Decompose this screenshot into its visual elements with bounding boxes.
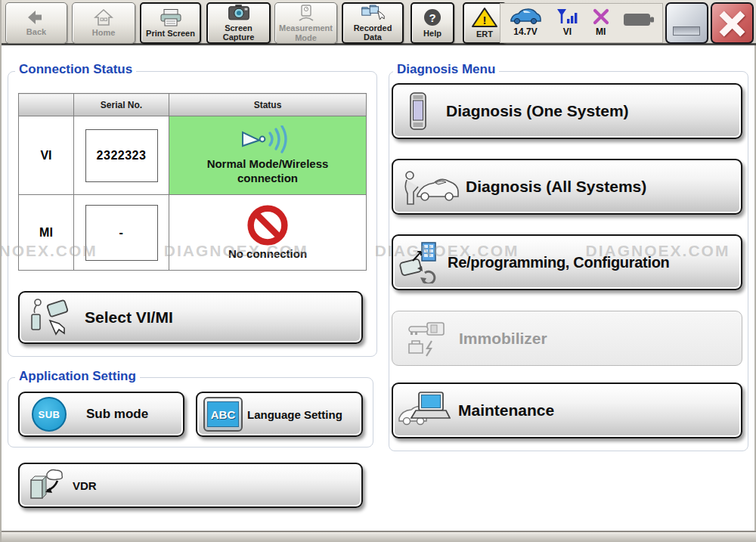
ert-label: ERT xyxy=(476,29,493,39)
vi-status-cell: Normal Mode/Wireless connection xyxy=(169,116,367,195)
sub-mode-icon: SUB xyxy=(32,397,67,432)
recorded-data-label: Recorded Data xyxy=(346,23,399,42)
mi-device-label: MI xyxy=(19,195,74,271)
language-setting-label: Language Setting xyxy=(247,408,342,421)
device-column-header xyxy=(19,94,74,116)
screen-capture-button[interactable]: Screen Capture xyxy=(206,2,271,44)
connection-status-table: Serial No. Status VI 2322323 Normal Mode… xyxy=(18,93,367,271)
print-screen-label: Print Screen xyxy=(146,29,195,39)
minimize-icon xyxy=(673,26,700,36)
reprogramming-configuration-label: Re/programming, Configuration xyxy=(448,254,670,271)
back-arrow-icon xyxy=(26,9,46,26)
language-setting-icon-text: ABC xyxy=(207,401,239,427)
immobilizer-button[interactable]: Immobilizer xyxy=(392,311,742,366)
diagnosis-all-systems-label: Diagnosis (All Systems) xyxy=(466,178,646,196)
close-button[interactable] xyxy=(711,2,754,44)
vi-serial-value: 2322323 xyxy=(85,129,158,182)
vdr-button[interactable]: VDR xyxy=(18,463,363,508)
help-label: Help xyxy=(423,29,442,39)
measurement-mode-label: Measurement Mode xyxy=(278,23,333,42)
measurement-mode-button[interactable]: Measurement Mode xyxy=(274,2,337,44)
consult-app-window: Back Home Print Screen xyxy=(0,0,756,542)
battery-indicator xyxy=(623,8,655,27)
folders-icon xyxy=(360,4,386,22)
sub-mode-label: Sub mode xyxy=(86,407,148,422)
reprogramming-icon xyxy=(399,241,445,283)
language-setting-button[interactable]: ABC Language Setting xyxy=(196,392,363,437)
sub-mode-button[interactable]: SUB Sub mode xyxy=(18,392,184,437)
select-vi-mi-icon xyxy=(27,298,76,337)
mi-status-text: No connection xyxy=(188,247,347,262)
vi-device-label: VI xyxy=(19,116,74,195)
reprogramming-configuration-button[interactable]: Re/programming, Configuration xyxy=(392,234,742,290)
status-indicator-panel: 14.7V VI MI xyxy=(500,3,663,43)
camera-icon xyxy=(227,4,251,22)
warning-glyph: ! xyxy=(483,14,487,26)
maintenance-button[interactable]: Maintenance xyxy=(392,382,742,438)
wireless-icon xyxy=(237,125,299,157)
handheld-device-icon xyxy=(408,92,428,130)
home-button[interactable]: Home xyxy=(72,2,135,44)
printer-icon xyxy=(159,8,183,27)
table-header-row: Serial No. Status xyxy=(19,94,367,116)
mi-x-icon xyxy=(592,8,610,26)
vi-signal-indicator: VI xyxy=(556,8,578,37)
close-icon xyxy=(717,9,747,39)
vi-status-text: Normal Mode/Wireless connection xyxy=(188,157,347,186)
back-button[interactable]: Back xyxy=(5,2,67,44)
no-connection-icon xyxy=(246,203,290,247)
key-engine-icon xyxy=(404,320,447,358)
vdr-icon xyxy=(29,468,67,503)
mi-status-cell: No connection xyxy=(169,195,367,271)
voltage-label: 14.7V xyxy=(513,26,537,37)
gauge-icon xyxy=(296,4,316,22)
vi-serial-cell: 2322323 xyxy=(74,116,169,195)
diagnosis-one-system-label: Diagnosis (One System) xyxy=(446,102,629,120)
minimize-button[interactable] xyxy=(665,2,708,44)
select-vi-mi-label: Select VI/MI xyxy=(85,308,173,327)
question-glyph: ? xyxy=(429,11,435,24)
signal-icon xyxy=(556,8,578,26)
mi-serial-cell: - xyxy=(74,195,169,271)
mi-signal-indicator: MI xyxy=(592,8,610,37)
mechanic-car-icon xyxy=(401,166,460,207)
warning-icon: ! xyxy=(471,7,498,28)
home-label: Home xyxy=(92,28,116,38)
question-icon: ? xyxy=(423,8,442,27)
sub-mode-icon-text: SUB xyxy=(39,409,60,420)
maintenance-label: Maintenance xyxy=(458,401,554,420)
immobilizer-label: Immobilizer xyxy=(459,330,547,348)
recorded-data-button[interactable]: Recorded Data xyxy=(342,2,404,44)
language-setting-icon: ABC xyxy=(203,397,243,432)
connection-status-title: Connection Status xyxy=(15,62,136,77)
status-column-header: Status xyxy=(169,94,367,116)
print-screen-button[interactable]: Print Screen xyxy=(140,2,201,44)
mi-indicator-label: MI xyxy=(596,26,606,37)
home-icon xyxy=(94,8,113,26)
mi-serial-value: - xyxy=(85,205,158,261)
diagnosis-menu-title: Diagnosis Menu xyxy=(393,62,499,77)
serial-column-header: Serial No. xyxy=(74,94,169,116)
vi-indicator-label: VI xyxy=(563,26,572,37)
mi-row: MI - No connection xyxy=(19,195,367,271)
diagnosis-one-system-button[interactable]: Diagnosis (One System) xyxy=(392,83,742,139)
vi-row: VI 2322323 Normal Mode/Wireless connecti… xyxy=(19,116,367,195)
select-vi-mi-button[interactable]: Select VI/MI xyxy=(18,291,363,344)
toolbar: Back Home Print Screen xyxy=(2,0,756,45)
help-button[interactable]: ? Help xyxy=(411,2,454,44)
diagnosis-all-systems-button[interactable]: Diagnosis (All Systems) xyxy=(392,159,742,215)
status-bar xyxy=(2,531,756,542)
vehicle-voltage-indicator: 14.7V xyxy=(508,8,543,37)
car-icon xyxy=(508,8,543,26)
back-label: Back xyxy=(26,27,46,37)
vdr-label: VDR xyxy=(73,479,97,492)
screen-capture-label: Screen Capture xyxy=(211,23,266,42)
laptop-car-icon xyxy=(398,389,451,432)
application-setting-title: Application Setting xyxy=(15,369,140,384)
battery-icon xyxy=(623,12,655,27)
